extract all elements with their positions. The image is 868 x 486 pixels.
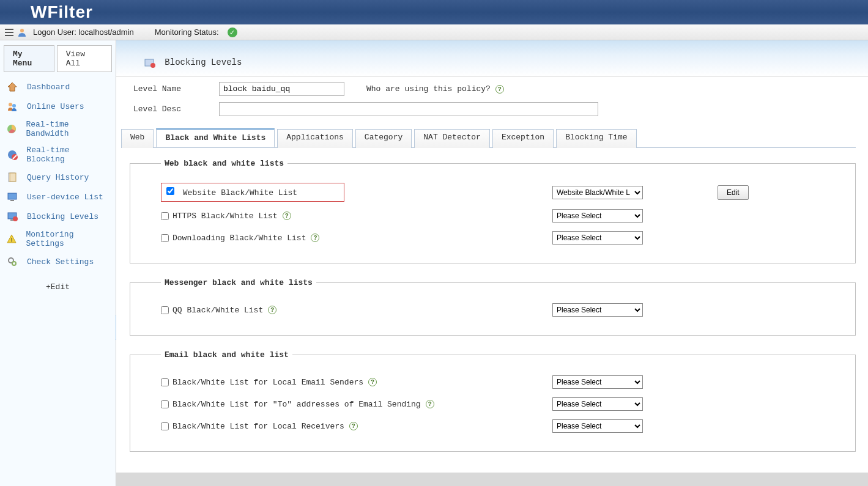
svg-rect-13 xyxy=(8,193,17,199)
sidebar-item-label: Real-time Bandwidth xyxy=(26,120,109,138)
hamburger-icon[interactable] xyxy=(5,29,13,36)
qq-bw-checkbox[interactable] xyxy=(161,306,169,314)
svg-text:!: ! xyxy=(10,237,13,244)
messenger-lists-legend: Messenger black and white lists xyxy=(161,278,316,287)
tab-blocking-time[interactable]: Blocking Time xyxy=(556,129,636,148)
edit-button[interactable]: Edit xyxy=(718,185,749,200)
to-addresses-select[interactable]: Please Select xyxy=(552,397,643,411)
website-bw-highlighted: Website Black/White List xyxy=(161,183,344,202)
svg-point-21 xyxy=(12,262,16,265)
help-icon[interactable]: ? xyxy=(368,378,377,386)
globe-block-icon xyxy=(6,149,18,161)
sidebar-item-label: Online Users xyxy=(27,102,84,111)
level-desc-input[interactable] xyxy=(219,102,598,116)
qq-bw-label: QQ Black/White List xyxy=(172,306,263,315)
sidebar-item-blocking[interactable]: Real-time Blocking xyxy=(0,142,116,168)
main-content: Blocking Levels Level Name Who are using… xyxy=(116,40,868,486)
sidebar-item-label: Monitoring Settings xyxy=(26,230,109,248)
login-user-label: Logon User: localhost/admin xyxy=(33,28,134,37)
sidebar-item-label: Real-time Blocking xyxy=(26,145,109,164)
tab-bar: Web Black and White Lists Applications C… xyxy=(121,128,856,148)
level-name-input[interactable] xyxy=(219,82,344,96)
page-title: Blocking Levels xyxy=(165,57,242,67)
local-senders-select[interactable]: Please Select xyxy=(552,375,643,389)
level-name-label: Level Name xyxy=(133,84,219,94)
svg-point-17 xyxy=(13,216,18,221)
help-icon[interactable]: ? xyxy=(495,85,504,94)
help-icon[interactable]: ? xyxy=(268,306,276,314)
svg-rect-14 xyxy=(10,200,14,201)
tab-exception[interactable]: Exception xyxy=(492,129,554,148)
https-bw-select[interactable]: Please Select xyxy=(552,209,643,223)
sidebar-item-online-users[interactable]: Online Users xyxy=(0,97,116,116)
to-addresses-label: Black/White List for "To" addresses of E… xyxy=(172,400,421,409)
tab-category[interactable]: Category xyxy=(355,129,412,148)
footer-area xyxy=(116,473,868,486)
sidebar-item-label: Check Settings xyxy=(27,257,94,267)
web-lists-fieldset: Web black and white lists Website Black/… xyxy=(130,159,856,263)
email-lists-fieldset: Email black and white list Black/White L… xyxy=(130,350,856,452)
tab-black-white-lists[interactable]: Black and White Lists xyxy=(156,128,275,147)
local-senders-label: Black/White List for Local Email Senders xyxy=(172,378,363,387)
website-bw-checkbox[interactable] xyxy=(166,187,174,195)
svg-point-3 xyxy=(20,29,24,32)
users-icon xyxy=(6,100,18,112)
monitoring-status-label: Monitoring Status: xyxy=(155,28,219,37)
policy-question-label: Who are using this policy? xyxy=(366,84,491,94)
sidebar-tab-view-all[interactable]: View All xyxy=(57,45,112,72)
sidebar-item-monitoring-settings[interactable]: ! Monitoring Settings xyxy=(0,226,116,252)
status-ok-icon: ✓ xyxy=(228,28,237,37)
sidebar-item-bandwidth[interactable]: Real-time Bandwidth xyxy=(0,116,116,142)
help-icon[interactable]: ? xyxy=(283,212,291,220)
https-bw-checkbox[interactable] xyxy=(161,212,169,220)
sidebar-item-label: Query History xyxy=(27,173,89,182)
website-bw-select[interactable]: Website Black/White L xyxy=(552,186,643,199)
tab-applications[interactable]: Applications xyxy=(277,129,353,148)
warning-icon: ! xyxy=(6,233,17,245)
svg-point-5 xyxy=(9,103,12,106)
svg-point-6 xyxy=(12,104,16,108)
download-bw-select[interactable]: Please Select xyxy=(552,231,643,245)
user-icon xyxy=(17,28,27,37)
sidebar-item-label: User-device List xyxy=(27,193,103,202)
email-lists-legend: Email black and white list xyxy=(161,350,292,359)
sidebar-item-user-device[interactable]: User-device List xyxy=(0,187,116,207)
sidebar: My Menu View All Dashboard Online Users … xyxy=(0,40,116,486)
document-icon xyxy=(6,171,18,183)
local-senders-checkbox[interactable] xyxy=(161,378,169,386)
sidebar-item-check-settings[interactable]: Check Settings xyxy=(0,252,116,271)
monitor-alert-icon xyxy=(6,210,18,223)
sidebar-item-blocking-levels[interactable]: Blocking Levels xyxy=(0,207,116,226)
house-icon xyxy=(6,81,18,93)
local-receivers-checkbox[interactable] xyxy=(161,422,169,430)
download-bw-checkbox[interactable] xyxy=(161,234,169,242)
sidebar-edit-link[interactable]: +Edit xyxy=(0,273,116,301)
sidebar-tab-my-menu[interactable]: My Menu xyxy=(4,45,54,72)
help-icon[interactable]: ? xyxy=(349,422,358,430)
app-logo: WFilter xyxy=(31,2,93,22)
website-bw-label: Website Black/White List xyxy=(183,188,297,197)
sidebar-item-dashboard[interactable]: Dashboard xyxy=(0,77,116,97)
messenger-lists-fieldset: Messenger black and white lists QQ Black… xyxy=(130,278,856,336)
app-header: WFilter xyxy=(0,0,868,24)
pie-chart-icon xyxy=(6,123,17,135)
svg-rect-12 xyxy=(10,173,16,182)
monitor-icon xyxy=(6,191,18,203)
help-icon[interactable]: ? xyxy=(426,400,434,408)
svg-marker-4 xyxy=(8,83,17,91)
tab-web[interactable]: Web xyxy=(121,129,154,148)
level-desc-label: Level Desc xyxy=(133,105,219,114)
gears-icon xyxy=(6,256,18,268)
sidebar-item-query-history[interactable]: Query History xyxy=(0,168,116,187)
qq-bw-select[interactable]: Please Select xyxy=(552,303,643,317)
local-receivers-label: Black/White List for Local Receivers xyxy=(172,422,344,431)
svg-point-23 xyxy=(150,63,155,68)
help-icon[interactable]: ? xyxy=(311,234,319,242)
https-bw-label: HTTPS Black/White List xyxy=(172,212,278,221)
local-receivers-select[interactable]: Please Select xyxy=(552,419,643,433)
sidebar-item-label: Dashboard xyxy=(27,83,70,92)
toolbar: Logon User: localhost/admin Monitoring S… xyxy=(0,24,868,40)
tab-nat-detector[interactable]: NAT Detector xyxy=(414,129,490,148)
web-lists-legend: Web black and white lists xyxy=(161,159,287,168)
to-addresses-checkbox[interactable] xyxy=(161,400,169,408)
